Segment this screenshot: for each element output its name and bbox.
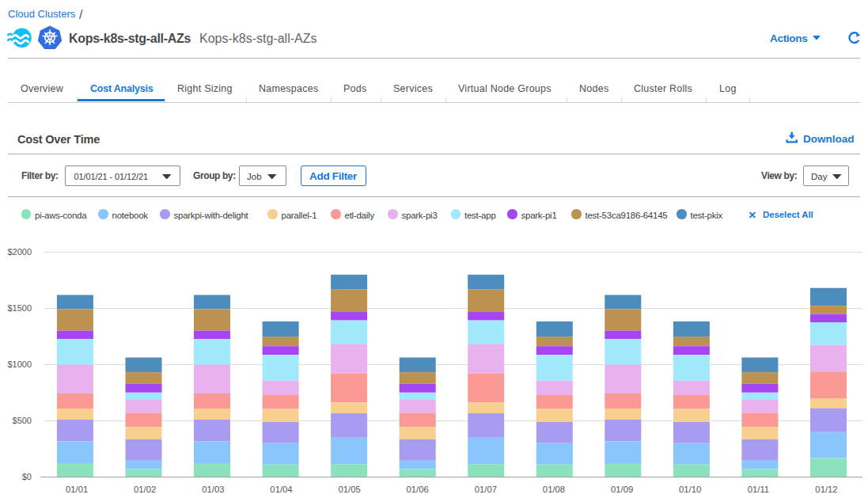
svg-text:$500: $500 xyxy=(13,416,32,425)
svg-text:$2000: $2000 xyxy=(7,247,32,257)
svg-text:01/10: 01/10 xyxy=(679,485,701,494)
svg-text:01/04: 01/04 xyxy=(270,485,292,494)
svg-text:01/01: 01/01 xyxy=(66,485,88,494)
svg-text:01/02: 01/02 xyxy=(134,485,156,494)
svg-text:$1000: $1000 xyxy=(7,359,32,369)
svg-text:01/07: 01/07 xyxy=(475,485,497,494)
svg-text:01/05: 01/05 xyxy=(338,485,360,494)
svg-text:01/11: 01/11 xyxy=(748,485,769,494)
svg-text:$1500: $1500 xyxy=(7,303,32,313)
svg-text:01/08: 01/08 xyxy=(543,485,565,494)
svg-text:$0: $0 xyxy=(22,472,32,481)
svg-text:01/09: 01/09 xyxy=(611,485,633,494)
svg-text:01/12: 01/12 xyxy=(815,485,837,494)
svg-text:01/06: 01/06 xyxy=(407,485,429,494)
svg-text:01/03: 01/03 xyxy=(202,485,224,494)
